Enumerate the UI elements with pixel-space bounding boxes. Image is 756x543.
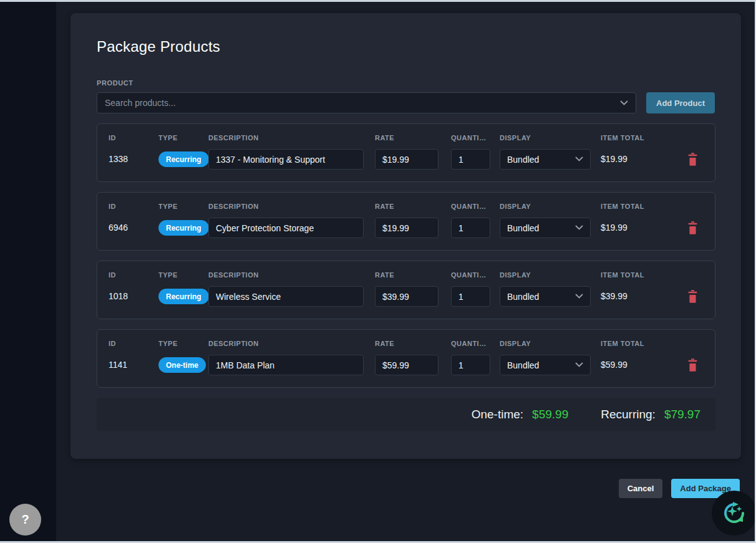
description-column: DESCRIPTION	[208, 203, 375, 238]
description-header: DESCRIPTION	[208, 271, 375, 279]
description-input[interactable]	[208, 149, 364, 170]
recurring-total-value: $79.97	[664, 408, 700, 421]
item-total-header: ITEM TOTAL	[601, 203, 679, 210]
trash-icon	[687, 290, 698, 303]
product-row: ID 1018 TYPE Recurring DESCRIPTION RATE …	[97, 261, 715, 319]
chevron-down-icon	[575, 225, 583, 231]
product-id: 1338	[109, 149, 158, 170]
display-select[interactable]: Bundled	[500, 218, 591, 238]
display-select-value: Bundled	[507, 360, 539, 370]
rate-header: RATE	[375, 134, 451, 142]
item-total-column: ITEM TOTAL $19.99	[601, 203, 679, 238]
product-search-row: Add Product	[97, 92, 715, 113]
help-button[interactable]: ?	[9, 504, 41, 536]
quantity-input[interactable]	[451, 355, 490, 375]
id-column: ID 1141	[109, 340, 158, 375]
display-column: DISPLAY Bundled	[500, 340, 601, 375]
type-column: TYPE Recurring	[158, 203, 208, 236]
rate-header: RATE	[375, 340, 451, 347]
product-row: ID 6946 TYPE Recurring DESCRIPTION RATE …	[97, 192, 715, 251]
item-total-column: ITEM TOTAL $19.99	[601, 134, 679, 170]
quantity-column: QUANTI…	[451, 203, 500, 238]
ai-sparkle-refresh-icon	[722, 501, 747, 526]
product-id: 6946	[109, 218, 158, 238]
item-total-column: ITEM TOTAL $39.99	[601, 271, 679, 307]
product-row: ID 1338 TYPE Recurring DESCRIPTION RATE …	[97, 123, 715, 182]
type-header: TYPE	[158, 134, 208, 142]
display-column: DISPLAY Bundled	[500, 271, 601, 307]
cancel-button[interactable]: Cancel	[619, 479, 663, 498]
rate-column: RATE	[375, 203, 451, 238]
app-window: Package Products PRODUCT Add Product ID …	[0, 0, 756, 543]
display-select-value: Bundled	[507, 223, 539, 233]
rate-column: RATE	[375, 134, 451, 170]
delete-product-button[interactable]	[686, 220, 699, 238]
display-header: DISPLAY	[500, 340, 601, 347]
display-column: DISPLAY Bundled	[500, 203, 601, 238]
rate-header: RATE	[375, 203, 451, 210]
delete-product-button[interactable]	[686, 151, 699, 169]
chevron-down-icon	[620, 100, 628, 106]
display-select-value: Bundled	[507, 155, 539, 165]
item-total-header: ITEM TOTAL	[601, 340, 679, 347]
quantity-input[interactable]	[451, 286, 490, 307]
id-header: ID	[109, 271, 158, 279]
delete-column	[679, 134, 706, 169]
description-input[interactable]	[208, 218, 364, 238]
description-header: DESCRIPTION	[208, 203, 375, 210]
rate-input[interactable]	[375, 218, 439, 238]
quantity-input[interactable]	[451, 218, 490, 238]
description-column: DESCRIPTION	[208, 271, 375, 307]
type-column: TYPE Recurring	[158, 271, 208, 304]
display-select[interactable]: Bundled	[500, 355, 591, 375]
product-field-label: PRODUCT	[97, 79, 715, 87]
delete-column	[679, 340, 706, 375]
trash-icon	[687, 153, 698, 166]
description-header: DESCRIPTION	[208, 134, 375, 142]
id-header: ID	[109, 134, 158, 142]
item-total: $59.99	[601, 355, 679, 375]
product-search-select[interactable]	[97, 92, 636, 113]
product-id: 1141	[109, 355, 158, 375]
item-total-column: ITEM TOTAL $59.99	[601, 340, 679, 375]
rate-column: RATE	[375, 340, 451, 375]
item-total: $19.99	[601, 149, 679, 170]
id-column: ID 6946	[109, 203, 158, 238]
rate-input[interactable]	[375, 149, 439, 170]
quantity-column: QUANTI…	[451, 340, 500, 375]
delete-column	[679, 203, 706, 238]
display-select[interactable]: Bundled	[500, 286, 591, 307]
trash-icon	[687, 221, 698, 234]
display-select[interactable]: Bundled	[500, 149, 591, 170]
delete-product-button[interactable]	[686, 357, 699, 375]
type-badge: One-time	[158, 357, 206, 373]
delete-product-button[interactable]	[686, 289, 699, 306]
description-input[interactable]	[208, 286, 364, 307]
product-search-input[interactable]	[105, 98, 620, 108]
chevron-down-icon	[575, 156, 583, 162]
id-header: ID	[109, 203, 158, 210]
item-total: $19.99	[601, 218, 679, 238]
id-column: ID 1338	[109, 134, 158, 170]
add-product-button[interactable]: Add Product	[646, 92, 715, 113]
rate-input[interactable]	[375, 286, 439, 307]
ai-assistant-button[interactable]	[712, 491, 756, 536]
quantity-header: QUANTI…	[451, 203, 500, 210]
chevron-down-icon	[575, 294, 583, 299]
quantity-input[interactable]	[451, 149, 490, 170]
quantity-header: QUANTI…	[451, 340, 500, 347]
type-badge: Recurring	[158, 151, 209, 167]
item-total-header: ITEM TOTAL	[601, 271, 679, 279]
rate-column: RATE	[375, 271, 451, 307]
type-column: TYPE Recurring	[158, 134, 208, 167]
description-input[interactable]	[208, 355, 364, 375]
description-column: DESCRIPTION	[208, 134, 375, 170]
one-time-total-label: One-time:	[472, 408, 523, 421]
rate-input[interactable]	[375, 355, 439, 375]
recurring-total-label: Recurring:	[601, 408, 656, 421]
description-header: DESCRIPTION	[208, 340, 375, 347]
type-badge: Recurring	[158, 220, 209, 236]
display-header: DISPLAY	[500, 203, 601, 210]
item-total-header: ITEM TOTAL	[601, 134, 679, 142]
id-header: ID	[109, 340, 158, 347]
